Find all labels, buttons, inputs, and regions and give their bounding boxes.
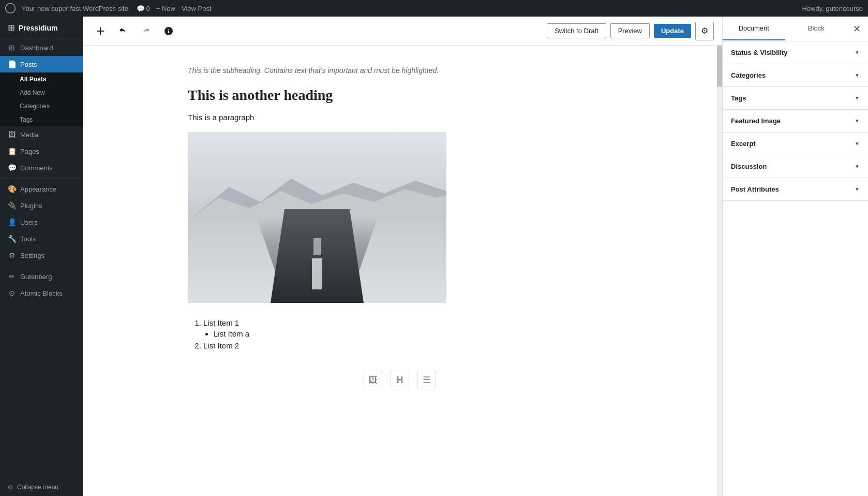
- list-item: List Item 1 List Item a: [203, 318, 612, 338]
- sidebar-brand[interactable]: ⊞ Pressidium: [0, 17, 83, 39]
- sidebar-item-settings[interactable]: ⚙ Settings: [0, 247, 83, 264]
- section-status-visibility: Status & Visibility ▼: [723, 41, 868, 64]
- sidebar-item-plugins[interactable]: 🔌 Plugins: [0, 197, 83, 214]
- collapse-icon: ⊙: [8, 484, 13, 491]
- sidebar-subitem-categories[interactable]: Categories: [0, 99, 83, 113]
- posts-icon: 📄: [8, 60, 16, 68]
- settings-button[interactable]: ⚙: [695, 22, 714, 40]
- sidebar-item-media[interactable]: 🖼 Media: [0, 126, 83, 143]
- sidebar-item-label: Users: [20, 218, 38, 226]
- editor-scrollbar[interactable]: [717, 46, 722, 496]
- sidebar-subitem-add-new[interactable]: Add New: [0, 86, 83, 99]
- section-featured-image: Featured Image ▼: [723, 110, 868, 133]
- atomic-blocks-icon: ⊙: [8, 289, 16, 297]
- adminbar-comments[interactable]: 💬 0: [137, 5, 150, 12]
- paragraph-text[interactable]: This is a paragraph: [188, 113, 612, 122]
- sidebar-item-dashboard[interactable]: ⊞ Dashboard: [0, 39, 83, 56]
- right-panel-body: Status & Visibility ▼ Categories ▼ Tags …: [723, 41, 868, 496]
- redo-button[interactable]: [137, 22, 155, 40]
- section-post-attributes-header[interactable]: Post Attributes ▼: [723, 178, 868, 200]
- sidebar-item-users[interactable]: 👤 Users: [0, 214, 83, 230]
- chevron-down-icon: ▼: [855, 50, 860, 55]
- collapse-menu-button[interactable]: ⊙ Collapse menu: [0, 478, 83, 496]
- sidebar-item-label: Plugins: [20, 202, 42, 210]
- redo-icon: [141, 26, 151, 36]
- chevron-down-icon: ▼: [855, 72, 860, 78]
- sidebar-menu: ⊞ Dashboard 📄 Posts All Posts Add New Ca…: [0, 39, 83, 478]
- undo-icon: [118, 26, 128, 36]
- insert-image-button[interactable]: 🖼: [364, 371, 382, 389]
- subheading-text[interactable]: This is the subheading. Contains text th…: [188, 66, 612, 75]
- section-status-visibility-header[interactable]: Status & Visibility ▼: [723, 41, 868, 64]
- road-line-1: [312, 258, 322, 289]
- section-label: Excerpt: [731, 140, 756, 148]
- section-featured-image-header[interactable]: Featured Image ▼: [723, 110, 868, 132]
- section-categories: Categories ▼: [723, 64, 868, 87]
- sidebar-item-pages[interactable]: 📋 Pages: [0, 143, 83, 159]
- sidebar-separator-2: [0, 266, 83, 266]
- insert-list-button[interactable]: ☰: [417, 371, 436, 389]
- switch-draft-button[interactable]: Switch to Draft: [547, 23, 606, 38]
- image-block[interactable]: [188, 132, 446, 303]
- heading-text[interactable]: This is another heading: [188, 87, 612, 104]
- add-block-button[interactable]: [91, 22, 110, 40]
- media-icon: 🖼: [8, 130, 16, 139]
- update-button[interactable]: Update: [654, 24, 691, 38]
- undo-button[interactable]: [114, 22, 132, 40]
- sidebar-subitem-tags[interactable]: Tags: [0, 113, 83, 126]
- sidebar-item-label: Atomic Blocks: [20, 289, 63, 297]
- ordered-list[interactable]: List Item 1 List Item a List Item 2: [203, 318, 612, 350]
- sidebar-item-gutenberg[interactable]: ✏ Gutenberg: [0, 268, 83, 285]
- toolbar-right: Switch to Draft Preview Update ⚙: [547, 22, 714, 40]
- info-button[interactable]: [159, 22, 178, 40]
- scrollbar-thumb[interactable]: [717, 46, 722, 87]
- info-icon: [163, 26, 174, 36]
- sublist-item-text: List Item a: [214, 329, 249, 338]
- insert-heading-button[interactable]: H: [391, 371, 409, 389]
- settings-gear-icon: ⚙: [701, 26, 708, 36]
- comments-icon: 💬: [8, 164, 16, 172]
- plugins-icon: 🔌: [8, 201, 16, 210]
- section-categories-header[interactable]: Categories ▼: [723, 64, 868, 86]
- section-discussion: Discussion ▼: [723, 155, 868, 178]
- main-layout: ⊞ Pressidium ⊞ Dashboard 📄 Posts All Pos…: [0, 17, 868, 496]
- list-item: List Item 2: [203, 341, 612, 350]
- adminbar-howdy: Howdy, gutencourse: [802, 5, 863, 12]
- section-tags: Tags ▼: [723, 87, 868, 110]
- sidebar-item-label: Media: [20, 131, 38, 139]
- sublist: List Item a: [214, 329, 612, 338]
- panel-close-button[interactable]: ✕: [847, 20, 866, 38]
- right-panel-header: Document Block ✕: [723, 17, 868, 41]
- sidebar-item-tools[interactable]: 🔧 Tools: [0, 230, 83, 247]
- section-post-attributes: Post Attributes ▼: [723, 178, 868, 201]
- adminbar-site-name[interactable]: Your new super fast WordPress site.: [22, 5, 130, 12]
- settings-icon: ⚙: [8, 251, 16, 259]
- tools-icon: 🔧: [8, 235, 16, 243]
- editor-content[interactable]: This is the subheading. Contains text th…: [83, 46, 717, 496]
- preview-button[interactable]: Preview: [610, 23, 650, 38]
- sidebar-item-appearance[interactable]: 🎨 Appearance: [0, 181, 83, 197]
- dashboard-icon: ⊞: [8, 43, 16, 52]
- section-excerpt: Excerpt ▼: [723, 133, 868, 155]
- section-tags-header[interactable]: Tags ▼: [723, 87, 868, 109]
- sidebar-item-label: Appearance: [20, 185, 56, 193]
- adminbar-viewpost-button[interactable]: View Post: [182, 5, 212, 12]
- tab-document[interactable]: Document: [723, 17, 785, 40]
- adminbar-new-button[interactable]: + New: [156, 5, 175, 12]
- brand-icon: ⊞: [8, 23, 14, 33]
- section-excerpt-header[interactable]: Excerpt ▼: [723, 133, 868, 155]
- sidebar-item-atomic-blocks[interactable]: ⊙ Atomic Blocks: [0, 285, 83, 301]
- section-discussion-header[interactable]: Discussion ▼: [723, 155, 868, 178]
- road-line-2: [313, 238, 321, 255]
- tab-block[interactable]: Block: [785, 17, 848, 40]
- chevron-down-icon: ▼: [855, 186, 860, 192]
- sidebar-subitem-all-posts[interactable]: All Posts: [0, 72, 83, 86]
- comment-count: 0: [146, 5, 150, 12]
- appearance-icon: 🎨: [8, 185, 16, 193]
- sidebar-item-label: Pages: [20, 148, 39, 155]
- collapse-label: Collapse menu: [17, 484, 58, 491]
- chevron-down-icon: ▼: [855, 141, 860, 147]
- sidebar-item-posts[interactable]: 📄 Posts: [0, 56, 83, 72]
- sidebar-item-comments[interactable]: 💬 Comments: [0, 159, 83, 176]
- sidebar-separator: [0, 178, 83, 179]
